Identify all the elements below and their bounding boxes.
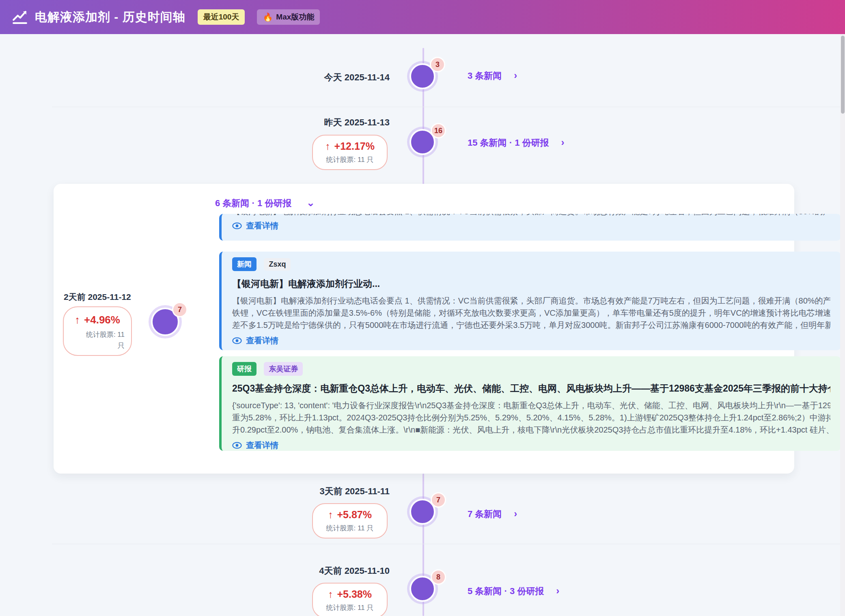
node-count-badge: 8 xyxy=(431,569,446,585)
news-card-clipped: 【银河电新】电解液添加剂行业动态电话会要点 1、供需情况：VC当前供需很紧，头部… xyxy=(219,214,841,241)
node-count-badge: 3 xyxy=(430,57,445,72)
node-count-badge: 16 xyxy=(431,123,446,138)
date-label: 今天 2025-11-14 xyxy=(324,72,390,82)
stat-stocks: 统计股票: 11只 xyxy=(70,329,125,351)
max-plan-badge: 🔥 Max版功能 xyxy=(257,9,320,25)
chevron-right-icon: › xyxy=(556,585,559,596)
stat-stocks: 统计股票: 11 只 xyxy=(317,603,383,612)
row-today-date-col: 今天 2025-11-14 xyxy=(260,71,390,84)
news-link-3daysago[interactable]: 7 条新闻› xyxy=(468,508,517,520)
date-label: 昨天 2025-11-13 xyxy=(324,117,390,127)
app-header: 电解液添加剂 - 历史时间轴 最近100天 🔥 Max版功能 xyxy=(0,0,845,34)
news-link-4daysago[interactable]: 5 条新闻 · 3 份研报› xyxy=(468,585,559,597)
view-details-label: 查看详情 xyxy=(246,335,278,346)
news-type-tag: 新闻 xyxy=(232,257,257,271)
report-title: 25Q3基金持仓深度：电新重仓Q3总体上升，电动车、光伏、储能、工控、电网、风电… xyxy=(232,382,830,395)
report-type-tag: 研报 xyxy=(232,362,257,376)
change-percent: +5.38% xyxy=(337,588,372,600)
row-divider xyxy=(52,107,841,107)
news-title: 【银河电新】电解液添加剂行业动... xyxy=(232,278,830,290)
node-count-badge: 7 xyxy=(431,492,446,508)
date-label: 2天前 2025-11-12 xyxy=(64,291,131,303)
fire-icon: 🔥 xyxy=(263,12,273,22)
arrow-up-icon: ↑ xyxy=(325,140,330,152)
chevron-right-icon: › xyxy=(514,508,517,519)
news-card: 新闻 Zsxq 【银河电新】电解液添加剂行业动... 【银河电新】电解液添加剂行… xyxy=(219,252,841,350)
scrollbar-track[interactable] xyxy=(840,34,845,616)
news-link-today[interactable]: 3 条新闻› xyxy=(468,70,517,82)
view-details-link[interactable]: 查看详情 xyxy=(232,335,830,346)
arrow-up-icon: ↑ xyxy=(75,314,80,326)
summary-toggle[interactable]: 6 条新闻 · 1 份研报 ⌄ xyxy=(215,196,315,209)
view-details-link[interactable]: 查看详情 xyxy=(232,220,830,231)
card-tags: 研报 东吴证券 xyxy=(232,362,830,376)
change-percent: +12.17% xyxy=(334,140,375,152)
view-details-label: 查看详情 xyxy=(246,220,278,231)
news-link-label: 3 条新闻 xyxy=(468,71,502,81)
stat-stocks: 统计股票: 11 只 xyxy=(317,523,383,533)
arrow-up-icon: ↑ xyxy=(328,509,333,520)
date-label: 4天前 2025-11-10 xyxy=(319,566,390,576)
change-percent: +5.87% xyxy=(337,509,372,520)
clipped-text: 【银河电新】电解液添加剂行业动态电话会要点 1、供需情况：VC当前供需很紧，头部… xyxy=(232,214,830,218)
card-tags: 新闻 Zsxq xyxy=(232,257,830,271)
change-pill: ↑+12.17% 统计股票: 11 只 xyxy=(312,135,388,170)
scrollbar-thumb[interactable] xyxy=(841,36,845,114)
page-title: 电解液添加剂 - 历史时间轴 xyxy=(35,9,185,26)
arrow-up-icon: ↑ xyxy=(328,588,333,600)
source-tag: 东吴证券 xyxy=(264,362,303,376)
chart-line-icon xyxy=(11,9,28,26)
eye-icon xyxy=(232,222,242,229)
eye-icon xyxy=(232,337,242,344)
news-link-label: 5 条新闻 · 3 份研报 xyxy=(468,586,544,596)
view-details-link[interactable]: 查看详情 xyxy=(232,440,830,451)
date-label: 3天前 2025-11-11 xyxy=(320,486,390,496)
range-badge: 最近100天 xyxy=(198,9,245,25)
source-tag: Zsxq xyxy=(264,258,291,271)
news-body: 【银河电新】电解液添加剂行业动态电话会要点 1、供需情况：VC当前供需很紧，头部… xyxy=(232,295,830,331)
chevron-down-icon: ⌄ xyxy=(306,196,315,209)
news-link-label: 7 条新闻 xyxy=(468,509,502,519)
change-percent: +4.96% xyxy=(84,314,120,326)
view-details-label: 查看详情 xyxy=(246,440,278,451)
chevron-right-icon: › xyxy=(561,137,564,148)
max-plan-badge-label: Max版功能 xyxy=(276,12,314,22)
row-4daysago-date-col: 4天前 2025-11-10 xyxy=(260,565,390,577)
report-body: {'sourceType': 13, 'content': '电力设备行业深度报… xyxy=(232,399,830,436)
change-pill: ↑+5.38% 统计股票: 11 只 xyxy=(312,583,388,616)
change-pill: ↑+4.96% 统计股票: 11只 xyxy=(63,306,132,356)
report-card: 研报 东吴证券 25Q3基金持仓深度：电新重仓Q3总体上升，电动车、光伏、储能、… xyxy=(219,356,841,451)
chevron-right-icon: › xyxy=(514,70,517,81)
stat-stocks: 统计股票: 11 只 xyxy=(317,155,383,164)
row-yesterday-date-col: 昨天 2025-11-13 xyxy=(260,116,390,129)
row-divider xyxy=(52,544,841,544)
change-pill: ↑+5.87% 统计股票: 11 只 xyxy=(312,503,388,538)
summary-label: 6 条新闻 · 1 份研报 xyxy=(215,198,291,208)
eye-icon xyxy=(232,442,242,449)
news-link-yesterday[interactable]: 15 条新闻 · 1 份研报› xyxy=(468,137,564,149)
timeline-page: 电解液添加剂 - 历史时间轴 最近100天 🔥 Max版功能 今天 2025-1… xyxy=(0,0,845,616)
node-count-badge: 7 xyxy=(172,302,188,317)
news-link-label: 15 条新闻 · 1 份研报 xyxy=(468,138,549,148)
row-3daysago-date-col: 3天前 2025-11-11 xyxy=(260,485,390,498)
